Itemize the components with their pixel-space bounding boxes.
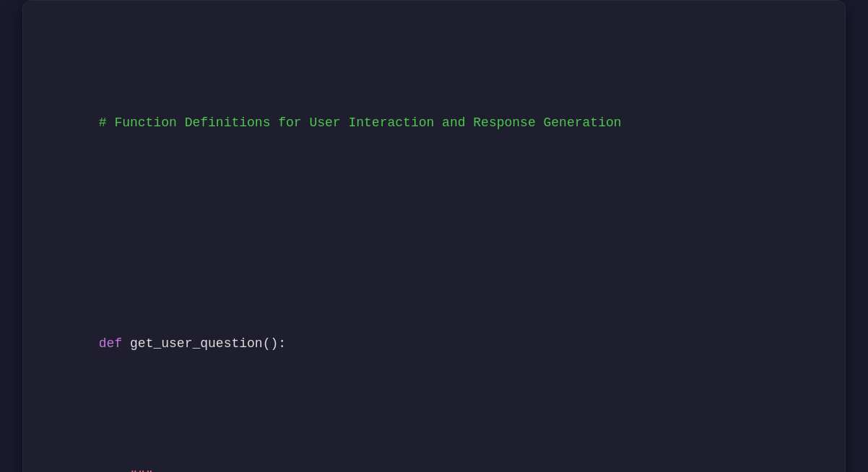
blank-line-1 <box>52 222 816 245</box>
func1-def-line: def get_user_question(): <box>52 311 816 377</box>
code-content: # Function Definitions for User Interact… <box>52 24 816 472</box>
comment-line: # Function Definitions for User Interact… <box>52 90 816 157</box>
func1-docopen-line: """ <box>52 443 816 472</box>
code-window: # Function Definitions for User Interact… <box>22 0 846 472</box>
